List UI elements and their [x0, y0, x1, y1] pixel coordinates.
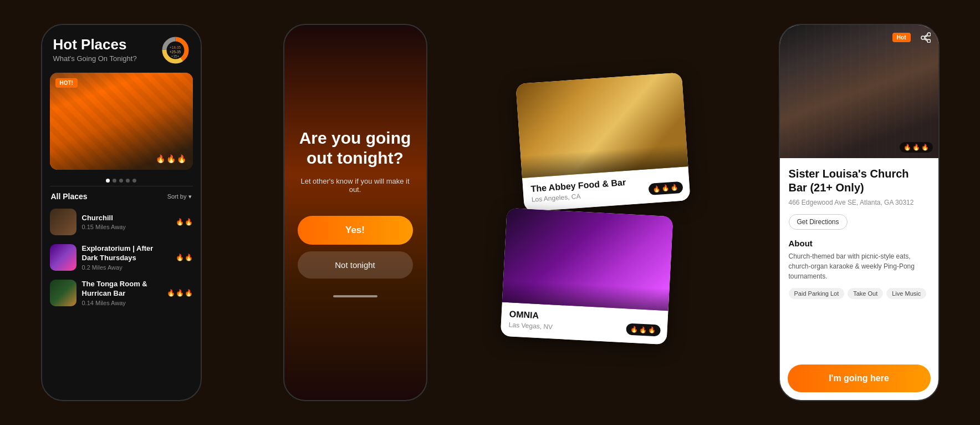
omnia-card[interactable]: OMNIA Las Vegas, NV 🔥 🔥 🔥: [500, 208, 673, 345]
about-text: Church-themed bar with picnic-style eats…: [789, 251, 930, 281]
donut-label-2: +25-35: [170, 49, 181, 53]
exploratorium-info: Exploratorium | After Dark Thursdays 0.2…: [82, 244, 170, 271]
phone3-frame: Hot 🔥 🔥 🔥 Sister Louisa's Church Bar (21…: [779, 24, 940, 401]
dot-4[interactable]: [126, 179, 130, 183]
yes-button[interactable]: Yes!: [298, 216, 413, 245]
featured-card[interactable]: HOT! Ladybird Messhall 0.24 Miles Away 🔥…: [50, 73, 193, 170]
tag-takeout[interactable]: Take Out: [848, 288, 883, 299]
phone3-fire-icons: 🔥 🔥 🔥: [900, 142, 933, 153]
fire-icon-3: 🔥: [177, 154, 186, 163]
phone3-hot-badge: Hot: [892, 33, 911, 42]
about-section: About Church-themed bar with picnic-styl…: [789, 239, 930, 281]
churchill-info: Churchill 0.15 Miles Away: [82, 214, 170, 231]
tag-parking[interactable]: Paid Parking Lot: [789, 288, 845, 299]
churchill-fire: 🔥 🔥: [176, 218, 193, 226]
fire-icon: 🔥: [185, 218, 193, 226]
fire-icon: 🔥: [167, 289, 175, 297]
sort-by-label: Sort by: [167, 193, 187, 200]
all-places-title: All Places: [51, 192, 88, 201]
fire-icon: 🔥: [639, 326, 647, 334]
churchill-name: Churchill: [82, 214, 170, 223]
dot-1[interactable]: [106, 179, 110, 183]
list-item-exploratorium[interactable]: Exploratorium | After Dark Thursdays 0.2…: [42, 240, 201, 275]
donut-labels: +18-35 +25-35 +35+: [170, 45, 181, 58]
exploratorium-thumb: [50, 244, 76, 271]
tonga-name: The Tonga Room & Hurrican Bar: [82, 280, 161, 298]
fire-icon: 🔥: [176, 218, 184, 226]
tag-music[interactable]: Live Music: [886, 288, 926, 299]
venue-address: 466 Edgewood Ave SE, Atlanta, GA 30312: [789, 198, 930, 208]
share-icon[interactable]: [921, 32, 931, 45]
fire-icon: 🔥: [185, 254, 193, 261]
get-directions-button[interactable]: Get Directions: [789, 214, 848, 230]
carousel-dots: [42, 179, 201, 183]
tonga-info: The Tonga Room & Hurrican Bar 0.14 Miles…: [82, 280, 161, 306]
fire-icon-1: 🔥: [156, 154, 165, 163]
about-title: About: [789, 239, 930, 248]
exploratorium-distance: 0.2 Miles Away: [82, 264, 170, 271]
phone2: Are you going out tonight? Let other's k…: [283, 24, 427, 401]
hot-badge: HOT!: [55, 78, 78, 88]
fire-icon: 🔥: [176, 254, 184, 261]
fire-icon: 🔥: [921, 144, 929, 151]
fire-icon: 🔥: [648, 326, 656, 334]
fire-icon: 🔥: [176, 289, 184, 297]
churchill-thumb: [50, 209, 76, 235]
abbey-card[interactable]: The Abbey Food & Bar Los Angeles, CA 🔥 🔥…: [515, 72, 690, 211]
abbey-card-image: [515, 72, 688, 178]
tonga-thumb: [50, 280, 76, 306]
tonga-distance: 0.14 Miles Away: [82, 300, 161, 306]
all-places-header: All Places Sort by ▾: [42, 186, 201, 204]
exploratorium-fire: 🔥 🔥: [176, 254, 193, 261]
dot-2[interactable]: [113, 179, 116, 183]
fire-icon: 🔥: [185, 289, 193, 297]
phone2-frame: Are you going out tonight? Let other's k…: [283, 24, 427, 401]
donut-label-1: +18-35: [170, 45, 181, 49]
featured-fire-icons: 🔥 🔥 🔥: [156, 154, 186, 163]
exploratorium-name: Exploratorium | After Dark Thursdays: [82, 244, 170, 263]
venue-name: Sister Louisa's Church Bar (21+ Only): [789, 167, 930, 195]
fire-icon: 🔥: [912, 144, 920, 151]
home-indicator: [333, 295, 377, 297]
venue-tags: Paid Parking Lot Take Out Live Music: [789, 288, 930, 299]
dot-3[interactable]: [119, 179, 123, 183]
phone3-header-image: Hot 🔥 🔥 🔥: [780, 25, 938, 158]
fire-icon: 🔥: [652, 185, 661, 193]
going-here-button[interactable]: I'm going here: [788, 365, 931, 392]
chevron-down-icon: ▾: [188, 193, 192, 200]
phone3: Hot 🔥 🔥 🔥 Sister Louisa's Church Bar (21…: [779, 24, 940, 401]
fire-icon: 🔥: [670, 184, 678, 191]
donut-chart: +18-35 +25-35 +35+: [160, 35, 191, 68]
fire-icon-2: 🔥: [166, 154, 176, 163]
donut-label-3: +35+: [171, 54, 180, 58]
dot-5[interactable]: [132, 179, 136, 183]
list-item-churchill[interactable]: Churchill 0.15 Miles Away 🔥 🔥: [42, 204, 201, 240]
phone3-content: Sister Louisa's Church Bar (21+ Only) 46…: [780, 158, 938, 357]
venue-cards-area: The Abbey Food & Bar Los Angeles, CA 🔥 🔥…: [509, 79, 697, 346]
fire-icon: 🔥: [904, 144, 911, 151]
omnia-card-image: [502, 208, 672, 311]
tonga-fire: 🔥 🔥 🔥: [167, 289, 193, 297]
going-out-subtitle: Let other's know if you will make it out…: [298, 177, 413, 194]
going-out-title: Are you going out tonight?: [298, 128, 413, 168]
fire-icon: 🔥: [661, 184, 670, 192]
sort-by-button[interactable]: Sort by ▾: [167, 193, 192, 200]
phone1-frame: Hot Places What's Going On Tonight? +18-…: [41, 24, 202, 401]
abbey-fire-icons: 🔥 🔥 🔥: [648, 181, 683, 195]
churchill-distance: 0.15 Miles Away: [82, 224, 170, 230]
omnia-fire-icons: 🔥 🔥 🔥: [626, 323, 661, 336]
not-tonight-button[interactable]: Not tonight: [298, 251, 413, 279]
phone1: Hot Places What's Going On Tonight? +18-…: [41, 24, 202, 401]
fire-icon: 🔥: [630, 326, 639, 333]
list-item-tonga[interactable]: The Tonga Room & Hurrican Bar 0.14 Miles…: [42, 275, 201, 311]
